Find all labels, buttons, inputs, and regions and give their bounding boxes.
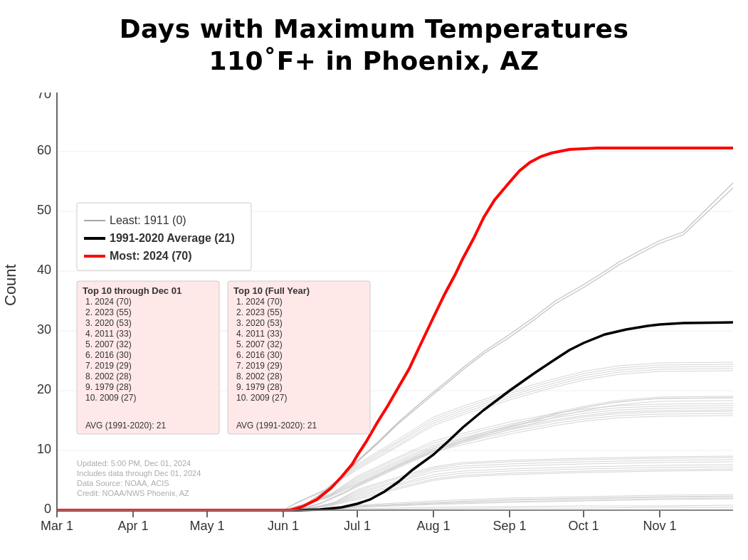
y-label-40: 40 <box>37 263 51 277</box>
x-label-oct1: Oct 1 <box>568 519 599 533</box>
y-label-70: 70 <box>37 93 51 101</box>
legend-avg-label: 1991-2020 Average (21) <box>110 232 235 244</box>
legend-least-label: Least: 1911 (0) <box>110 214 186 226</box>
x-label-apr1: Apr 1 <box>117 519 148 533</box>
svg-text:2. 2023 (55): 2. 2023 (55) <box>236 307 283 317</box>
svg-text:1. 2024 (70): 1. 2024 (70) <box>85 297 132 307</box>
x-label-jul1: Jul 1 <box>344 519 371 533</box>
top10-through-header: Top 10 through Dec 01 <box>83 285 181 296</box>
svg-text:2. 2023 (55): 2. 2023 (55) <box>85 307 132 317</box>
metadata-line2: Includes data through Dec 01, 2024 <box>77 469 201 477</box>
y-label-50: 50 <box>37 203 51 217</box>
svg-text:7. 2019 (29): 7. 2019 (29) <box>236 361 283 371</box>
svg-text:5. 2007 (32): 5. 2007 (32) <box>85 339 132 349</box>
svg-text:6. 2016 (30): 6. 2016 (30) <box>85 350 132 360</box>
chart-title: Days with Maximum Temperatures 110˚F+ in… <box>0 0 748 77</box>
x-label-jun1: Jun 1 <box>268 519 299 533</box>
x-label-may1: May 1 <box>189 519 224 533</box>
x-label-aug1: Aug 1 <box>416 519 450 533</box>
y-axis-title: Count <box>1 264 19 306</box>
svg-text:3. 2020 (53): 3. 2020 (53) <box>236 318 283 328</box>
y-label-20: 20 <box>37 382 51 396</box>
metadata-line3: Data Source: NOAA, ACIS <box>77 479 169 487</box>
svg-text:6. 2016 (30): 6. 2016 (30) <box>236 350 283 360</box>
svg-text:4. 2011 (33): 4. 2011 (33) <box>85 329 132 339</box>
y-label-60: 60 <box>37 143 51 157</box>
title-line2: 110˚F+ in Phoenix, AZ <box>0 45 748 77</box>
chart-svg: 0 10 20 30 40 50 60 70 Count Mar 1 Apr 1… <box>0 93 748 560</box>
svg-text:10. 2009 (27): 10. 2009 (27) <box>236 393 287 403</box>
svg-text:3. 2020 (53): 3. 2020 (53) <box>85 318 132 328</box>
svg-text:10. 2009 (27): 10. 2009 (27) <box>85 393 136 403</box>
x-label-sep1: Sep 1 <box>492 519 526 533</box>
svg-text:4. 2011 (33): 4. 2011 (33) <box>236 329 283 339</box>
chart-container: Days with Maximum Temperatures 110˚F+ in… <box>0 0 748 560</box>
svg-text:9. 1979 (28): 9. 1979 (28) <box>236 382 283 392</box>
legend-most-label: Most: 2024 (70) <box>110 250 192 262</box>
y-label-0: 0 <box>44 502 51 516</box>
svg-text:5. 2007 (32): 5. 2007 (32) <box>236 339 283 349</box>
y-label-30: 30 <box>37 322 51 337</box>
y-label-10: 10 <box>37 442 51 456</box>
metadata-line4: Credit: NOAA/NWS Phoenix, AZ <box>77 489 189 497</box>
title-line1: Days with Maximum Temperatures <box>0 13 748 45</box>
top10-full-header: Top 10 (Full Year) <box>233 285 310 296</box>
svg-text:8. 2002 (28): 8. 2002 (28) <box>85 371 132 381</box>
svg-text:9. 1979 (28): 9. 1979 (28) <box>85 382 132 392</box>
svg-text:1. 2024 (70): 1. 2024 (70) <box>236 297 283 307</box>
x-label-nov1: Nov 1 <box>643 519 676 533</box>
svg-text:8. 2002 (28): 8. 2002 (28) <box>236 371 283 381</box>
svg-text:7. 2019 (29): 7. 2019 (29) <box>85 361 132 371</box>
metadata-line1: Updated: 5:00 PM, Dec 01, 2024 <box>77 459 191 467</box>
x-label-mar1: Mar 1 <box>41 519 73 533</box>
svg-text:AVG (1991-2020): 21: AVG (1991-2020): 21 <box>236 421 317 430</box>
svg-text:AVG (1991-2020): 21: AVG (1991-2020): 21 <box>85 421 167 430</box>
